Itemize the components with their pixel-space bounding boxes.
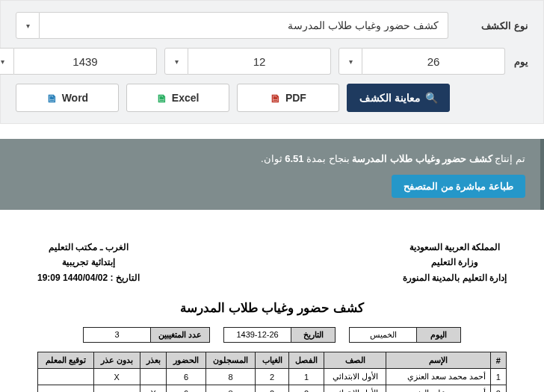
- word-icon: 🗎: [46, 92, 58, 105]
- excel-button[interactable]: Excel 🗎: [126, 84, 229, 112]
- chevron-down-icon[interactable]: ▾: [164, 48, 188, 75]
- print-button[interactable]: طباعة مباشرة من المتصفح: [392, 175, 525, 198]
- pdf-icon: 🗎: [270, 92, 281, 105]
- word-button-label: Word: [62, 92, 89, 104]
- day-select[interactable]: ▾: [339, 48, 505, 75]
- report-type-input[interactable]: [40, 12, 448, 39]
- meta-date: التاريخ 1439-12-26: [223, 327, 336, 343]
- alert-text: تم إنتاج كشف حضور وغياب طلاب المدرسة بنج…: [15, 151, 525, 167]
- preview-button[interactable]: 🔍 معاينة الكشف: [347, 84, 450, 112]
- report-title: كشف حضور وغياب طلاب المدرسة: [37, 300, 507, 316]
- year-select[interactable]: ▾: [0, 48, 157, 75]
- row-date: يوم ▾ ▾ ▾: [16, 48, 528, 75]
- pdf-button[interactable]: PDF 🗎: [237, 84, 340, 112]
- chevron-down-icon[interactable]: ▾: [0, 48, 14, 75]
- day-input[interactable]: [362, 48, 505, 75]
- chevron-down-icon[interactable]: ▾: [339, 48, 362, 75]
- label-day: يوم: [514, 56, 528, 67]
- label-report-type: نوع الكشف: [457, 20, 528, 31]
- year-input[interactable]: [14, 48, 157, 75]
- search-icon: 🔍: [425, 92, 438, 104]
- report-header: المملكة العربية السعودية وزارة التعليم إ…: [37, 240, 507, 285]
- word-button[interactable]: Word 🗎: [16, 84, 119, 112]
- month-input[interactable]: [188, 48, 331, 75]
- header-left: الغرب ـ مكتب التعليم إبتدائية تجريبية ال…: [37, 240, 140, 285]
- excel-icon: 🗎: [156, 92, 167, 105]
- form-panel: نوع الكشف ▾ يوم ▾ ▾ ▾: [0, 0, 544, 124]
- button-row: 🔍 معاينة الكشف PDF 🗎 Excel 🗎 Word 🗎: [16, 84, 528, 112]
- pdf-button-label: PDF: [285, 92, 306, 104]
- report-preview: المملكة العربية السعودية وزارة التعليم إ…: [15, 232, 529, 392]
- meta-absent-count: عدد المتغيبين 3: [83, 327, 210, 343]
- meta-row: اليوم الخميس التاريخ 1439-12-26 عدد المت…: [37, 327, 507, 343]
- month-select[interactable]: ▾: [164, 48, 331, 75]
- chevron-down-icon[interactable]: ▾: [16, 12, 40, 39]
- success-alert: تم إنتاج كشف حضور وغياب طلاب المدرسة بنج…: [0, 139, 544, 210]
- table-row: 2أحمد محمد علي العنزيالأول الابتدائي2286…: [38, 385, 507, 392]
- meta-day: اليوم الخميس: [349, 327, 461, 343]
- report-type-select[interactable]: ▾: [16, 12, 448, 39]
- attendance-table: # الإسم الصف الفصل الغياب المسجلون الحضو…: [37, 352, 507, 392]
- table-header-row: # الإسم الصف الفصل الغياب المسجلون الحضو…: [38, 352, 507, 369]
- table-row: 1أحمد محمد سعد العنزيالأول الابتدائي1286…: [38, 369, 507, 385]
- header-right: المملكة العربية السعودية وزارة التعليم إ…: [403, 240, 507, 285]
- preview-button-label: معاينة الكشف: [359, 92, 421, 104]
- row-report-type: نوع الكشف ▾: [16, 12, 528, 39]
- excel-button-label: Excel: [172, 92, 200, 104]
